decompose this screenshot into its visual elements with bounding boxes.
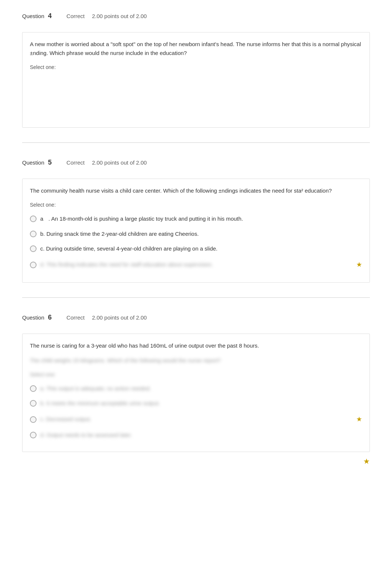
question-number-4: 4 xyxy=(48,11,52,21)
q5-radio-b[interactable] xyxy=(30,231,37,237)
question-label-6: Question xyxy=(22,314,44,322)
question-status-4: Correct xyxy=(66,12,85,21)
q5-option-c-text: c. During outside time, several 4-year-o… xyxy=(40,245,217,253)
q6-radio-d[interactable] xyxy=(30,432,37,438)
q6-radio-b[interactable] xyxy=(30,400,37,407)
question-label-5: Question xyxy=(22,159,44,167)
question-number-5: 5 xyxy=(48,158,52,168)
question-5-header: Question 5 Correct 2.00 points out of 2.… xyxy=(22,154,370,171)
q6-radio-c[interactable] xyxy=(30,416,37,423)
q5-option-c[interactable]: c. During outside time, several 4-year-o… xyxy=(30,243,362,255)
question-4-header: Question 4 Correct 2.00 points out of 2.… xyxy=(22,7,370,25)
q6-option-b[interactable]: b. It meets the minimum acceptable urine… xyxy=(30,398,362,409)
question-points-4: 2.00 points out of 2.00 xyxy=(92,12,147,21)
q6-bottom-area: ★ xyxy=(22,456,370,467)
select-one-label-5: Select one: xyxy=(30,201,362,209)
question-6-header: Question 6 Correct 2.00 points out of 2.… xyxy=(22,309,370,326)
question-label-4: Question xyxy=(22,12,44,21)
question-number-6: 6 xyxy=(48,313,52,323)
question-points-5: 2.00 points out of 2.00 xyxy=(92,159,147,167)
question-body-4: A new mother is worried about a "soft sp… xyxy=(22,32,370,128)
q6-bottom-star-icon: ★ xyxy=(363,456,370,467)
q5-option-b-text: b. During snack time the 2-year-old chil… xyxy=(40,230,199,238)
question-points-6: 2.00 points out of 2.00 xyxy=(92,314,147,322)
select-one-label-4: Select one: xyxy=(30,63,362,71)
q5-option-d-text: d. This finding indicates the need for s… xyxy=(40,261,350,269)
q6-option-a-text: a. This output is adequate; no action ne… xyxy=(40,384,151,393)
q6-option-c[interactable]: c. Decreased output. ★ xyxy=(30,413,362,426)
q5-option-a-text: a xyxy=(40,215,43,223)
question-text-5: The community health nurse visits a chil… xyxy=(30,186,362,195)
question-status-6: Correct xyxy=(66,314,85,322)
question-text-6: The nurse is caring for a 3-year old who… xyxy=(30,341,362,350)
q6-option-d-text: d. Output needs to be assessed later. xyxy=(40,431,132,439)
q5-option-a[interactable]: a . An 18-month-old is pushing a large p… xyxy=(30,213,362,225)
q6-option-c-text: c. Decreased output. xyxy=(40,415,350,424)
q6-option-b-text: b. It meets the minimum acceptable urine… xyxy=(40,399,160,408)
question-status-5: Correct xyxy=(66,159,85,167)
q6-option-d[interactable]: d. Output needs to be assessed later. xyxy=(30,430,362,441)
q4-blurred-area xyxy=(30,76,362,120)
q5-correct-star-icon: ★ xyxy=(356,260,362,270)
q5-option-a-full: . An 18-month-old is pushing a large pla… xyxy=(48,215,243,223)
question-blurred-line-6: The child weighs 15 kilograms. Which of … xyxy=(30,356,362,365)
question-body-5: The community health nurse visits a chil… xyxy=(22,179,370,283)
q5-radio-d[interactable] xyxy=(30,262,37,268)
q5-radio-c[interactable] xyxy=(30,245,37,252)
question-block-5: Question 5 Correct 2.00 points out of 2.… xyxy=(22,154,370,298)
q5-radio-a[interactable] xyxy=(30,215,37,222)
page-container: Question 4 Correct 2.00 points out of 2.… xyxy=(0,0,392,576)
q5-option-b[interactable]: b. During snack time the 2-year-old chil… xyxy=(30,228,362,240)
q6-radio-a[interactable] xyxy=(30,385,37,392)
q6-correct-star-icon: ★ xyxy=(356,414,362,424)
q5-options: a . An 18-month-old is pushing a large p… xyxy=(30,213,362,271)
question-block-4: Question 4 Correct 2.00 points out of 2.… xyxy=(22,7,370,143)
select-one-label-6: Select one: xyxy=(30,371,362,379)
question-block-6: Question 6 Correct 2.00 points out of 2.… xyxy=(22,309,370,478)
question-text-4: A new mother is worried about a "soft sp… xyxy=(30,40,362,58)
q5-option-d[interactable]: d. This finding indicates the need for s… xyxy=(30,258,362,271)
question-body-6: The nurse is caring for a 3-year old who… xyxy=(22,334,370,452)
q6-option-a[interactable]: a. This output is adequate; no action ne… xyxy=(30,383,362,394)
